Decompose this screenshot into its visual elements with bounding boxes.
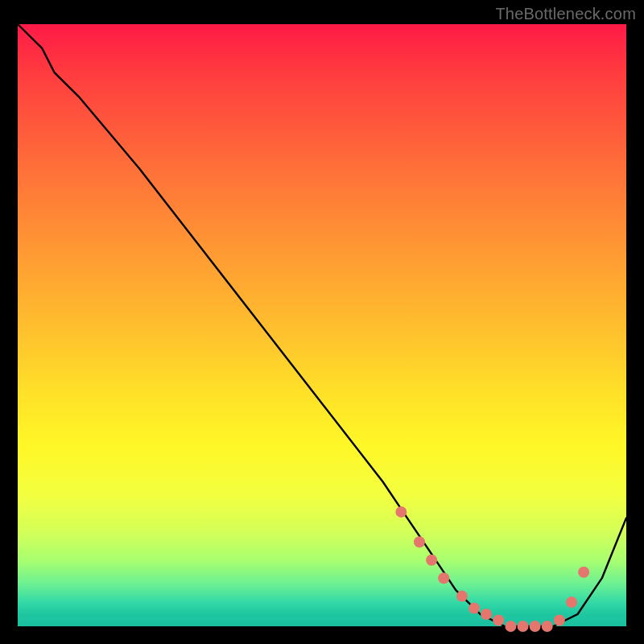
curve-markers: [395, 506, 589, 632]
bottleneck-curve: [18, 24, 626, 626]
chart-overlay-svg: [18, 24, 626, 626]
curve-marker: [469, 603, 480, 614]
curve-marker: [505, 621, 516, 632]
curve-marker: [493, 615, 504, 626]
chart-stage: TheBottleneck.com: [0, 0, 644, 644]
source-credit: TheBottleneck.com: [495, 5, 636, 23]
curve-marker: [414, 536, 425, 547]
curve-marker: [542, 621, 553, 632]
curve-marker: [578, 567, 589, 578]
curve-marker: [518, 621, 529, 632]
curve-marker: [530, 621, 541, 632]
curve-marker: [395, 506, 407, 518]
curve-marker: [426, 555, 437, 566]
curve-marker: [481, 609, 492, 620]
plot-area: [18, 24, 626, 626]
curve-marker: [566, 597, 577, 608]
curve-marker: [456, 591, 468, 602]
curve-marker: [438, 572, 449, 584]
curve-marker: [554, 615, 565, 626]
